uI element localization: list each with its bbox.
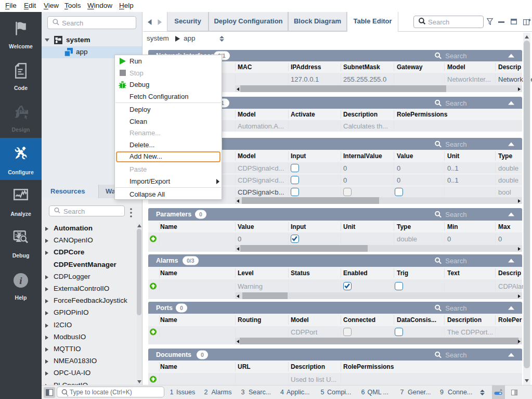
svg-text:i: i bbox=[19, 275, 22, 286]
